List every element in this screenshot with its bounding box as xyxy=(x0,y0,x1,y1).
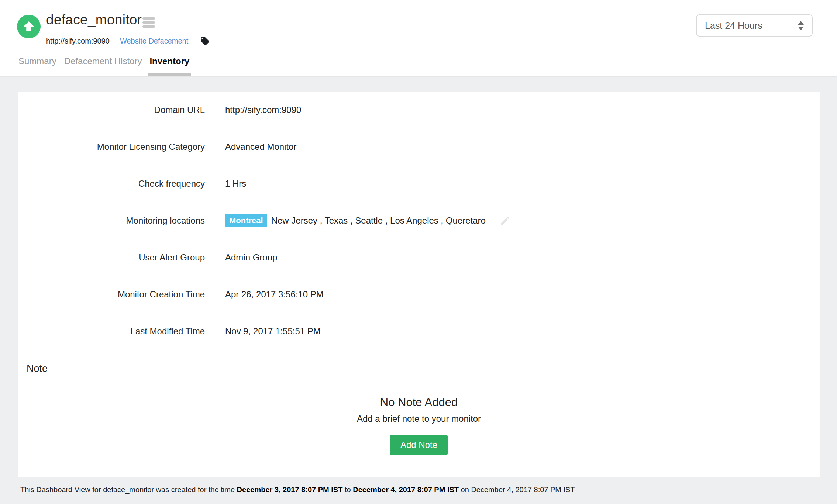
monitor-subline: http://sify.com:9090 Website Defacement xyxy=(46,35,210,46)
row-value: http://sify.com:9090 xyxy=(205,105,301,115)
row-value: Montreal New Jersey , Texas , Seattle , … xyxy=(205,214,511,227)
row-value: 1 Hrs xyxy=(205,179,246,189)
footer-separator: to xyxy=(342,486,353,494)
monitor-url: http://sify.com:9090 xyxy=(46,37,110,45)
inventory-row-last-modified: Last Modified Time Nov 9, 2017 1:55:51 P… xyxy=(18,313,820,350)
row-label: Monitor Licensing Category xyxy=(18,142,205,152)
footer-text-suffix: on December 4, 2017 8:07 PM IST xyxy=(459,486,575,494)
note-empty-state: No Note Added Add a brief note to your m… xyxy=(18,396,820,455)
row-label: Monitor Creation Time xyxy=(18,289,205,300)
time-range-select[interactable]: Last 24 Hours xyxy=(696,14,813,37)
footer-from-time: December 3, 2017 8:07 PM IST xyxy=(237,486,343,494)
note-heading: Note xyxy=(18,363,820,374)
add-note-button[interactable]: Add Note xyxy=(390,435,448,455)
inventory-row-monitoring-locations: Monitoring locations Montreal New Jersey… xyxy=(18,202,820,239)
status-up-icon xyxy=(17,15,41,38)
edit-locations-icon[interactable] xyxy=(500,215,511,226)
inventory-row-check-frequency: Check frequency 1 Hrs xyxy=(18,165,820,202)
up-down-arrows-icon xyxy=(798,21,804,30)
row-label: Monitoring locations xyxy=(18,215,205,226)
time-range-value: Last 24 Hours xyxy=(705,20,762,31)
tab-defacement-history[interactable]: Defacement History xyxy=(64,56,142,66)
row-label: User Alert Group xyxy=(18,252,205,263)
monitor-header: deface_monitor http://sify.com:9090 Webs… xyxy=(0,0,837,77)
tab-summary[interactable]: Summary xyxy=(18,56,56,66)
monitor-menu-icon[interactable] xyxy=(142,17,155,30)
inventory-row-domain-url: Domain URL http://sify.com:9090 xyxy=(18,92,820,128)
no-note-subtitle: Add a brief note to your monitor xyxy=(18,414,820,424)
dashboard-footer: This Dashboard View for deface_monitor w… xyxy=(20,486,817,494)
inventory-row-creation-time: Monitor Creation Time Apr 26, 2017 3:56:… xyxy=(18,276,820,313)
footer-text-prefix: This Dashboard View for deface_monitor w… xyxy=(20,486,237,494)
up-arrow-glyph xyxy=(22,20,35,33)
no-note-title: No Note Added xyxy=(18,396,820,409)
monitor-name: deface_monitor xyxy=(46,12,142,28)
row-value: Apr 26, 2017 3:56:10 PM xyxy=(205,289,324,300)
locations-text: New Jersey , Texas , Seattle , Los Angel… xyxy=(271,215,486,226)
tag-icon[interactable] xyxy=(200,36,210,46)
inventory-row-user-alert-group: User Alert Group Admin Group xyxy=(18,239,820,276)
monitor-type-link[interactable]: Website Defacement xyxy=(120,37,188,45)
row-label: Check frequency xyxy=(18,179,205,189)
row-label: Domain URL xyxy=(18,105,205,115)
row-value: Admin Group xyxy=(205,252,277,263)
row-label: Last Modified Time xyxy=(18,326,205,336)
tab-inventory[interactable]: Inventory xyxy=(149,56,189,66)
location-badge: Montreal xyxy=(225,214,267,227)
tab-bar: Summary Defacement History Inventory xyxy=(18,56,189,66)
inventory-row-licensing-category: Monitor Licensing Category Advanced Moni… xyxy=(18,128,820,165)
row-value: Nov 9, 2017 1:55:51 PM xyxy=(205,326,321,336)
inventory-card: Domain URL http://sify.com:9090 Monitor … xyxy=(18,92,820,477)
note-divider xyxy=(27,379,811,379)
row-value: Advanced Monitor xyxy=(205,142,296,152)
footer-to-time: December 4, 2017 8:07 PM IST xyxy=(353,486,459,494)
